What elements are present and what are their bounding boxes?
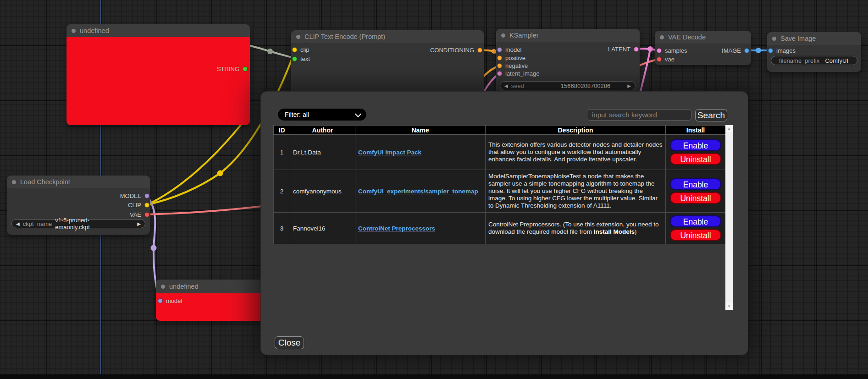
output-slot-string[interactable]: STRING — [217, 66, 248, 72]
table-header-row: ID Author Name Description Install — [274, 126, 726, 135]
input-slot-images[interactable]: images — [768, 47, 796, 54]
widget-label: ckpt_name — [23, 220, 52, 227]
node-save-image[interactable]: Save Image images filename_prefix ComfyU… — [767, 32, 861, 72]
increment-arrow-icon[interactable]: ▶ — [627, 83, 631, 88]
output-slot-latent[interactable]: LATENT — [608, 46, 639, 52]
node-undefined-top[interactable]: undefined STRING — [66, 24, 250, 125]
slot-dot-clip-out[interactable] — [144, 203, 149, 208]
slot-label: clip — [300, 46, 310, 53]
scroll-up-icon[interactable]: ▲ — [725, 125, 733, 132]
node-vae-decode[interactable]: VAE Decode samples vae IMAGE — [655, 31, 751, 65]
node-vae-header[interactable]: VAE Decode — [655, 31, 751, 44]
input-slot-vae[interactable]: vae — [657, 56, 674, 62]
slot-dot-vae-out[interactable] — [144, 212, 149, 217]
slot-dot-model[interactable] — [497, 47, 502, 52]
node-title: VAE Decode — [668, 33, 706, 41]
slot-dot-string[interactable] — [243, 66, 248, 71]
slot-label: model — [505, 46, 521, 53]
slot-dot-latent-image[interactable] — [497, 71, 502, 76]
node-load-checkpoint[interactable]: Load Checkpoint MODEL CLIP VAE ◀ ckpt_na… — [7, 176, 150, 235]
uninstall-button[interactable]: Uninstall — [670, 229, 721, 241]
output-slot-image[interactable]: IMAGE — [722, 47, 749, 54]
filter-dropdown[interactable]: Filter: all — [278, 109, 366, 121]
node-title: Load Checkpoint — [20, 178, 70, 186]
table-scrollbar[interactable]: ▲ ▼ — [725, 125, 733, 310]
slot-label: text — [300, 55, 310, 62]
enable-button[interactable]: Enable — [670, 139, 721, 151]
input-slot-negative[interactable]: negative — [497, 62, 528, 69]
header-install: Install — [666, 126, 726, 135]
node-status-dot — [501, 33, 505, 38]
decrement-arrow-icon[interactable]: ◀ — [504, 83, 508, 88]
extension-link[interactable]: ComfyUI_experiments/sampler_tonemap — [358, 188, 478, 195]
extension-link[interactable]: ControlNet Preprocessors — [358, 225, 435, 232]
slot-dot-model-in[interactable] — [158, 298, 163, 303]
node-ksampler[interactable]: KSampler model positive negative latent_… — [496, 29, 640, 98]
next-arrow-icon[interactable]: ▶ — [137, 221, 141, 226]
input-slot-latent-image[interactable]: latent_image — [497, 70, 539, 77]
filename-prefix-widget[interactable]: filename_prefix ComfyUI — [771, 56, 857, 65]
reroute-dot-conditioning[interactable] — [492, 49, 496, 54]
slot-dot-positive[interactable] — [497, 55, 502, 60]
extension-table-scroll-area: ID Author Name Description Install 1 Dr.… — [273, 125, 733, 310]
slot-dot-negative[interactable] — [497, 63, 502, 68]
extension-link[interactable]: ComfyUI Impact Pack — [358, 149, 421, 156]
input-slot-positive[interactable]: positive — [497, 55, 525, 61]
canvas-bottom-edge — [0, 374, 868, 379]
enable-button[interactable]: Enable — [670, 178, 721, 190]
reroute-dot-latent[interactable] — [647, 46, 653, 52]
node-ksampler-header[interactable]: KSampler — [496, 29, 640, 42]
search-button[interactable]: Search — [695, 109, 727, 121]
table-row: 2 comfyanonymous ComfyUI_experiments/sam… — [274, 170, 726, 213]
input-slot-samples[interactable]: samples — [657, 47, 687, 54]
slot-label: latent_image — [505, 70, 539, 77]
search-input[interactable] — [587, 109, 691, 121]
slot-dot-model-out[interactable] — [144, 193, 149, 198]
wire-latent-branch — [641, 49, 650, 91]
slot-label: negative — [505, 62, 528, 69]
slot-dot-latent[interactable] — [634, 47, 639, 52]
uninstall-button[interactable]: Uninstall — [670, 192, 721, 204]
output-slot-vae[interactable]: VAE — [130, 211, 149, 218]
widget-label: seed — [511, 82, 524, 89]
output-slot-conditioning[interactable]: CONDITIONING — [430, 47, 482, 53]
prev-arrow-icon[interactable]: ◀ — [16, 221, 20, 226]
node-load-checkpoint-header[interactable]: Load Checkpoint — [7, 176, 150, 188]
reroute-dot-string[interactable] — [267, 49, 273, 54]
cell-id: 2 — [274, 170, 290, 213]
node-graph-canvas[interactable]: undefined STRING CLIP Text Encode (Promp… — [0, 0, 868, 379]
cell-id: 3 — [274, 213, 290, 244]
slot-dot-images[interactable] — [768, 48, 773, 53]
slot-dot-samples[interactable] — [657, 48, 662, 53]
uninstall-button[interactable]: Uninstall — [670, 153, 721, 165]
seed-widget[interactable]: ◀ seed 156680208700286 ▶ — [500, 81, 636, 90]
node-undefined-top-header[interactable]: undefined — [66, 24, 250, 37]
widget-label: filename_prefix — [779, 57, 819, 64]
slot-dot-vae[interactable] — [657, 57, 662, 62]
cell-author: Fannovel16 — [290, 213, 355, 244]
ckpt-name-widget[interactable]: ◀ ckpt_name v1-5-pruned-emaonly.ckpt ▶ — [11, 219, 145, 228]
node-clip-header[interactable]: CLIP Text Encode (Prompt) — [291, 30, 484, 43]
input-slot-model[interactable]: model — [158, 297, 182, 304]
reroute-dot-clip[interactable] — [217, 170, 223, 176]
slot-dot-clip[interactable] — [292, 47, 297, 52]
scroll-down-icon[interactable]: ▼ — [725, 303, 733, 310]
output-slot-model[interactable]: MODEL — [120, 192, 149, 199]
slot-label: STRING — [217, 66, 239, 72]
reroute-dot-model[interactable] — [151, 245, 157, 251]
input-slot-text[interactable]: text — [292, 55, 310, 62]
node-save-header[interactable]: Save Image — [767, 32, 861, 45]
node-status-dot — [161, 285, 165, 289]
reroute-dot-image[interactable] — [756, 48, 761, 53]
node-status-dot — [72, 29, 76, 33]
close-button[interactable]: Close — [275, 336, 304, 349]
slot-dot-text[interactable] — [292, 56, 297, 61]
header-name: Name — [355, 126, 486, 135]
node-error-body — [66, 37, 250, 125]
slot-dot-conditioning[interactable] — [477, 48, 482, 53]
output-slot-clip[interactable]: CLIP — [128, 202, 149, 208]
input-slot-clip[interactable]: clip — [292, 46, 310, 53]
enable-button[interactable]: Enable — [670, 215, 721, 227]
input-slot-model[interactable]: model — [497, 46, 521, 53]
slot-dot-image[interactable] — [744, 48, 749, 53]
